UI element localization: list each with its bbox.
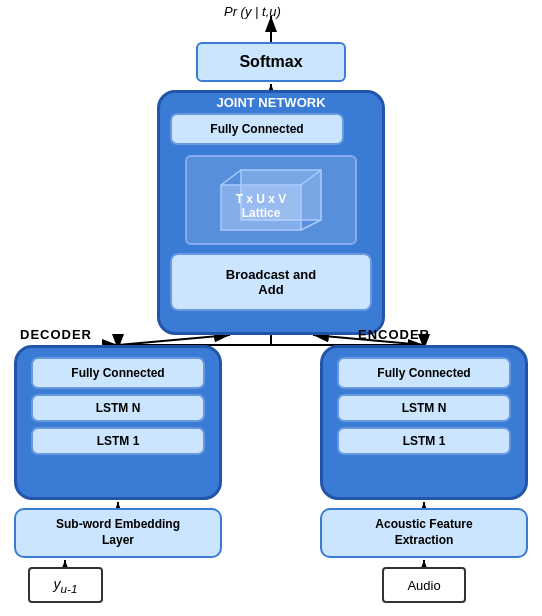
encoder-lstm-n-label: LSTM N bbox=[402, 401, 447, 415]
acoustic-label: Acoustic Feature Extraction bbox=[375, 517, 472, 548]
broadcast-box: Broadcast and Add bbox=[170, 253, 372, 311]
pr-label: Pr (y | t,u) bbox=[224, 4, 281, 19]
decoder-label: DECODER bbox=[20, 327, 92, 342]
joint-fc-label: Fully Connected bbox=[210, 122, 303, 136]
subword-box: Sub-word Embedding Layer bbox=[14, 508, 222, 558]
svg-text:T x U x V: T x U x V bbox=[236, 192, 287, 206]
encoder-label-text: ENCODER bbox=[358, 327, 430, 342]
decoder-lstm-n-label: LSTM N bbox=[96, 401, 141, 415]
svg-line-3 bbox=[118, 335, 230, 345]
svg-line-21 bbox=[221, 170, 241, 185]
softmax-box: Softmax bbox=[196, 42, 346, 82]
lattice-svg: T x U x V Lattice bbox=[211, 165, 331, 235]
decoder-fc-box: Fully Connected bbox=[31, 357, 205, 389]
decoder-fc-label: Fully Connected bbox=[71, 366, 164, 380]
joint-fc-box: Fully Connected bbox=[170, 113, 344, 145]
encoder-lstm-n-box: LSTM N bbox=[337, 394, 511, 422]
svg-line-23 bbox=[301, 220, 321, 230]
lattice-visual: T x U x V Lattice bbox=[211, 165, 331, 235]
joint-title-text: JOINT NETWORK bbox=[216, 95, 325, 110]
lattice-box: T x U x V Lattice bbox=[185, 155, 357, 245]
softmax-label: Softmax bbox=[239, 53, 302, 71]
yu-box: yu-1 bbox=[28, 567, 103, 603]
encoder-label: ENCODER bbox=[358, 327, 430, 342]
decoder-lstm-1-label: LSTM 1 bbox=[97, 434, 140, 448]
encoder-lstm-1-box: LSTM 1 bbox=[337, 427, 511, 455]
yu-label: yu-1 bbox=[54, 576, 78, 595]
broadcast-label: Broadcast and Add bbox=[226, 267, 316, 297]
decoder-lstm-1-box: LSTM 1 bbox=[31, 427, 205, 455]
diagram: Pr (y | t,u) Softmax JOINT NETWORK Fully… bbox=[0, 0, 542, 616]
encoder-fc-box: Fully Connected bbox=[337, 357, 511, 389]
encoder-lstm-1-label: LSTM 1 bbox=[403, 434, 446, 448]
acoustic-box: Acoustic Feature Extraction bbox=[320, 508, 528, 558]
encoder-fc-label: Fully Connected bbox=[377, 366, 470, 380]
subword-label: Sub-word Embedding Layer bbox=[56, 517, 180, 548]
decoder-label-text: DECODER bbox=[20, 327, 92, 342]
joint-network-title: JOINT NETWORK bbox=[157, 95, 385, 110]
pr-text: Pr (y | t,u) bbox=[224, 4, 281, 19]
audio-box: Audio bbox=[382, 567, 466, 603]
decoder-lstm-n-box: LSTM N bbox=[31, 394, 205, 422]
audio-label: Audio bbox=[407, 578, 440, 593]
svg-text:Lattice: Lattice bbox=[242, 206, 281, 220]
